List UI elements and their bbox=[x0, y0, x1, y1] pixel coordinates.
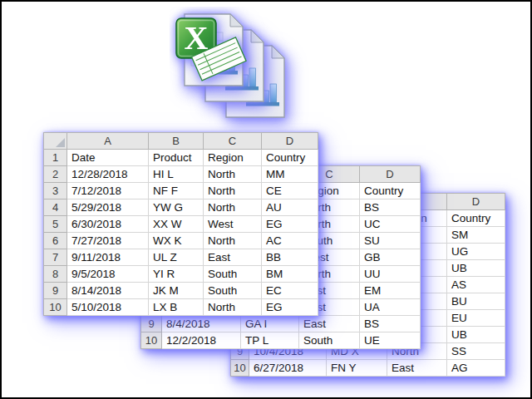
cell[interactable]: 12/28/2018 bbox=[67, 166, 149, 183]
cell[interactable]: AC bbox=[262, 233, 318, 249]
table-row: 79/11/2018UL ZEastBB bbox=[44, 249, 318, 266]
cell[interactable]: UG bbox=[447, 244, 505, 260]
cell[interactable]: 8/14/2018 bbox=[67, 283, 149, 299]
cell[interactable]: EG bbox=[262, 299, 318, 316]
cell[interactable]: North bbox=[204, 183, 262, 200]
row-header-1[interactable]: 1 bbox=[44, 150, 67, 166]
cell[interactable]: UL Z bbox=[149, 249, 204, 266]
cell[interactable]: 6/27/2018 bbox=[249, 360, 327, 377]
cell[interactable]: 8/4/2018 bbox=[162, 316, 241, 332]
cell[interactable]: SM bbox=[447, 227, 505, 244]
column-header-d[interactable]: D bbox=[262, 133, 318, 150]
cell[interactable]: South bbox=[204, 266, 262, 283]
row-header-4[interactable]: 4 bbox=[44, 200, 67, 216]
cell[interactable]: BS bbox=[360, 200, 421, 216]
cell[interactable]: JK M bbox=[149, 283, 204, 299]
cell[interactable]: EC bbox=[262, 283, 318, 299]
cell[interactable]: AU bbox=[262, 200, 318, 216]
cell[interactable]: 9/11/2018 bbox=[67, 249, 149, 266]
cell[interactable]: SU bbox=[360, 233, 421, 249]
table-row: 98/4/2018GA IEastBS bbox=[141, 316, 421, 332]
cell[interactable]: GB bbox=[360, 249, 421, 266]
cell[interactable]: EG bbox=[262, 216, 318, 233]
screenshot-canvas: X ABCD1DateProductRegionCountry212/28/20… bbox=[0, 0, 532, 399]
table-row: 45/29/2018YW GNorthAU bbox=[44, 200, 318, 216]
cell[interactable]: Country bbox=[360, 183, 421, 200]
cell[interactable]: BS bbox=[360, 316, 421, 332]
row-header-10[interactable]: 10 bbox=[44, 299, 67, 316]
cell[interactable]: EM bbox=[360, 283, 421, 299]
cell[interactable]: North bbox=[204, 299, 262, 316]
cell[interactable]: MM bbox=[262, 166, 318, 183]
row-header-10[interactable]: 10 bbox=[231, 360, 249, 377]
select-all-corner[interactable] bbox=[44, 133, 67, 150]
cell[interactable]: BB bbox=[262, 249, 318, 266]
cell[interactable]: LX B bbox=[149, 299, 204, 316]
row-header-6[interactable]: 6 bbox=[44, 233, 67, 249]
excel-documents-icon: X bbox=[170, 7, 344, 131]
cell[interactable]: AG bbox=[447, 360, 505, 377]
cell[interactable]: 7/27/2018 bbox=[67, 233, 149, 249]
cell[interactable]: Country bbox=[262, 150, 318, 166]
cell[interactable]: HI L bbox=[149, 166, 204, 183]
cell[interactable]: South bbox=[299, 332, 360, 349]
cell[interactable]: North bbox=[204, 233, 262, 249]
cell[interactable]: 7/12/2018 bbox=[67, 183, 149, 200]
table-row: 37/12/2018NF FNorthCE bbox=[44, 183, 318, 200]
cell[interactable]: 5/29/2018 bbox=[67, 200, 149, 216]
cell[interactable]: 12/2/2018 bbox=[162, 332, 241, 349]
cell[interactable]: UB bbox=[447, 327, 505, 343]
cell[interactable]: SS bbox=[447, 343, 505, 360]
row-header-9[interactable]: 9 bbox=[44, 283, 67, 299]
cell[interactable]: AS bbox=[447, 277, 505, 293]
column-header-b[interactable]: B bbox=[149, 133, 204, 150]
cell[interactable]: YW G bbox=[149, 200, 204, 216]
column-header-d[interactable]: D bbox=[360, 166, 421, 183]
table-row: 106/27/2018FN YEastAG bbox=[231, 360, 505, 377]
row-header-9[interactable]: 9 bbox=[141, 316, 162, 332]
table-row: 89/5/2018YI RSouthBM bbox=[44, 266, 318, 283]
cell[interactable]: TP L bbox=[241, 332, 299, 349]
cell[interactable]: BM bbox=[262, 266, 318, 283]
cell[interactable]: UC bbox=[360, 216, 421, 233]
row-header-2[interactable]: 2 bbox=[44, 166, 67, 183]
row-header-10[interactable]: 10 bbox=[141, 332, 162, 349]
cell[interactable]: 5/10/2018 bbox=[67, 299, 149, 316]
cell[interactable]: East bbox=[299, 316, 360, 332]
cell[interactable]: UB bbox=[447, 260, 505, 277]
cell[interactable]: EU bbox=[447, 310, 505, 327]
cell[interactable]: UU bbox=[360, 266, 421, 283]
cell[interactable]: UE bbox=[360, 332, 421, 349]
cell[interactable]: YI R bbox=[149, 266, 204, 283]
row-header-3[interactable]: 3 bbox=[44, 183, 67, 200]
cell[interactable]: CE bbox=[262, 183, 318, 200]
table-row: 212/28/2018HI LNorthMM bbox=[44, 166, 318, 183]
cell[interactable]: South bbox=[204, 283, 262, 299]
cell[interactable]: North bbox=[204, 166, 262, 183]
cell[interactable]: West bbox=[204, 216, 262, 233]
column-header-c[interactable]: C bbox=[204, 133, 262, 150]
cell[interactable]: XX W bbox=[149, 216, 204, 233]
cell[interactable]: GA I bbox=[241, 316, 299, 332]
row-header-5[interactable]: 5 bbox=[44, 216, 67, 233]
cell[interactable]: BU bbox=[447, 293, 505, 310]
cell[interactable]: Date bbox=[67, 150, 149, 166]
cell[interactable]: WX K bbox=[149, 233, 204, 249]
column-header-a[interactable]: A bbox=[67, 133, 149, 150]
table-row: 1012/2/2018TP LSouthUE bbox=[141, 332, 421, 349]
row-header-8[interactable]: 8 bbox=[44, 266, 67, 283]
cell[interactable]: FN Y bbox=[327, 360, 387, 377]
cell[interactable]: Region bbox=[204, 150, 262, 166]
cell[interactable]: North bbox=[204, 200, 262, 216]
cell[interactable]: 6/30/2018 bbox=[67, 216, 149, 233]
column-header-d[interactable]: D bbox=[447, 194, 505, 210]
cell[interactable]: East bbox=[387, 360, 447, 377]
cell[interactable]: East bbox=[204, 249, 262, 266]
select-all-triangle-icon bbox=[56, 138, 65, 147]
cell[interactable]: UA bbox=[360, 299, 421, 316]
row-header-7[interactable]: 7 bbox=[44, 249, 67, 266]
cell[interactable]: NF F bbox=[149, 183, 204, 200]
cell[interactable]: 9/5/2018 bbox=[67, 266, 149, 283]
cell[interactable]: Product bbox=[149, 150, 204, 166]
cell[interactable]: Country bbox=[447, 210, 505, 227]
